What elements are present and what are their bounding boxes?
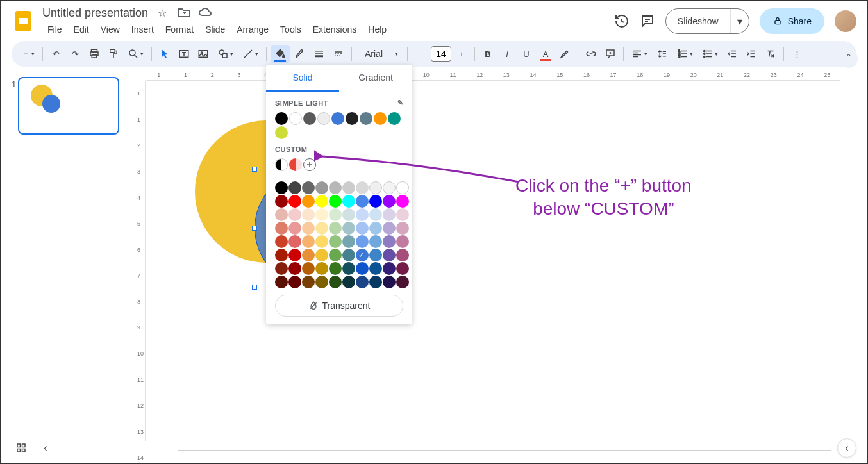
color-swatch[interactable] <box>369 195 382 208</box>
line-tool[interactable]: ▾ <box>238 45 262 63</box>
increase-indent-button[interactable] <box>742 45 760 63</box>
color-swatch[interactable] <box>302 222 315 235</box>
color-swatch[interactable] <box>275 249 288 261</box>
menu-file[interactable]: File <box>42 22 67 37</box>
color-swatch[interactable] <box>302 181 315 194</box>
menu-help[interactable]: Help <box>363 22 392 37</box>
color-swatch[interactable] <box>383 181 396 194</box>
color-swatch[interactable] <box>356 208 369 221</box>
color-swatch[interactable] <box>329 276 342 288</box>
color-swatch[interactable] <box>396 262 409 275</box>
color-swatch[interactable] <box>369 222 382 235</box>
font-selector[interactable]: Arial▾ <box>356 45 403 63</box>
color-swatch[interactable] <box>369 249 382 261</box>
color-swatch[interactable] <box>383 222 396 235</box>
fill-color-button[interactable] <box>271 45 290 63</box>
document-title[interactable]: Untitled presentation <box>42 6 148 20</box>
menu-view[interactable]: View <box>96 22 125 37</box>
color-swatch[interactable] <box>356 262 369 275</box>
link-button[interactable] <box>582 45 600 63</box>
color-swatch[interactable] <box>342 262 355 275</box>
color-swatch[interactable] <box>342 195 355 208</box>
menu-tools[interactable]: Tools <box>275 22 306 37</box>
color-swatch[interactable] <box>288 276 301 288</box>
color-swatch[interactable] <box>342 235 355 248</box>
select-tool[interactable] <box>156 45 174 63</box>
color-swatch[interactable] <box>288 262 301 275</box>
color-swatch[interactable] <box>329 181 342 194</box>
color-swatch[interactable] <box>329 208 342 221</box>
italic-button[interactable]: I <box>498 45 516 63</box>
line-spacing-button[interactable] <box>653 45 672 63</box>
font-size-decrease[interactable]: − <box>412 45 430 63</box>
color-swatch[interactable] <box>356 181 369 194</box>
border-dash-button[interactable] <box>330 45 347 63</box>
color-swatch[interactable] <box>356 195 369 208</box>
color-swatch[interactable] <box>356 249 369 261</box>
transparent-button[interactable]: Transparent <box>275 295 403 317</box>
textbox-tool[interactable] <box>175 45 193 63</box>
color-swatch[interactable] <box>356 276 369 288</box>
slideshow-button[interactable]: Slideshow <box>666 9 730 33</box>
image-tool[interactable] <box>194 45 212 63</box>
color-swatch[interactable] <box>369 208 382 221</box>
color-swatch[interactable] <box>288 195 301 208</box>
color-swatch[interactable] <box>342 208 355 221</box>
menu-extensions[interactable]: Extensions <box>308 22 362 37</box>
color-swatch[interactable] <box>275 235 288 248</box>
star-icon[interactable]: ☆ <box>154 5 170 21</box>
bulleted-list-button[interactable]: ▾ <box>698 45 722 63</box>
redo-button[interactable]: ↷ <box>66 45 84 63</box>
theme-swatch[interactable] <box>303 112 316 125</box>
color-swatch[interactable] <box>302 208 315 221</box>
bold-button[interactable]: B <box>479 45 497 63</box>
theme-swatch[interactable] <box>289 112 302 125</box>
undo-button[interactable]: ↶ <box>47 45 65 63</box>
color-swatch[interactable] <box>329 249 342 261</box>
grid-view-button[interactable] <box>12 438 31 458</box>
color-swatch[interactable] <box>315 262 328 275</box>
color-swatch[interactable] <box>315 195 328 208</box>
font-size-increase[interactable]: + <box>453 45 471 63</box>
color-swatch[interactable] <box>369 262 382 275</box>
color-swatch[interactable] <box>383 262 396 275</box>
menu-arrange[interactable]: Arrange <box>231 22 274 37</box>
account-avatar[interactable] <box>835 10 856 32</box>
color-swatch[interactable] <box>396 195 409 208</box>
color-swatch[interactable] <box>302 276 315 288</box>
color-swatch[interactable] <box>288 235 301 248</box>
color-swatch[interactable] <box>356 222 369 235</box>
menu-format[interactable]: Format <box>160 22 199 37</box>
color-swatch[interactable] <box>396 222 409 235</box>
color-swatch[interactable] <box>315 276 328 288</box>
slide-thumbnail-1[interactable] <box>18 77 119 135</box>
color-swatch[interactable] <box>329 262 342 275</box>
theme-swatch[interactable] <box>374 112 387 125</box>
more-tools-button[interactable]: ⋮ <box>788 45 806 63</box>
color-swatch[interactable] <box>369 235 382 248</box>
text-color-button[interactable]: A <box>537 45 555 63</box>
color-swatch[interactable] <box>315 222 328 235</box>
color-swatch[interactable] <box>275 195 288 208</box>
color-swatch[interactable] <box>396 235 409 248</box>
color-swatch[interactable] <box>383 249 396 261</box>
underline-button[interactable]: U <box>517 45 535 63</box>
color-swatch[interactable] <box>329 195 342 208</box>
color-swatch[interactable] <box>315 181 328 194</box>
border-color-button[interactable] <box>291 45 309 63</box>
collapse-toolbar-button[interactable]: ˆ <box>840 50 858 68</box>
color-swatch[interactable] <box>288 249 301 261</box>
color-swatch[interactable] <box>302 235 315 248</box>
theme-swatch[interactable] <box>388 112 401 125</box>
slides-logo[interactable] <box>12 10 35 33</box>
color-swatch[interactable] <box>342 276 355 288</box>
color-swatch[interactable] <box>369 276 382 288</box>
color-swatch[interactable] <box>288 208 301 221</box>
color-swatch[interactable] <box>396 181 409 194</box>
custom-swatch-half-red[interactable] <box>289 158 302 171</box>
color-swatch[interactable] <box>396 249 409 261</box>
theme-swatch[interactable] <box>275 112 288 125</box>
menu-edit[interactable]: Edit <box>69 22 94 37</box>
menu-insert[interactable]: Insert <box>126 22 159 37</box>
color-swatch[interactable] <box>342 222 355 235</box>
